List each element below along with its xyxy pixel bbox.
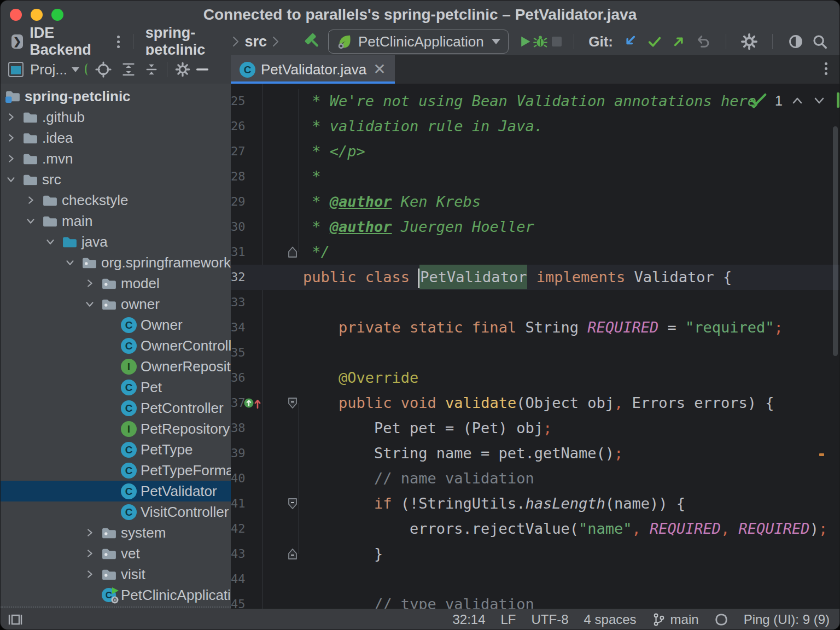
expand-all-button[interactable] bbox=[119, 60, 138, 79]
code-line-27[interactable]: 27 * </p> bbox=[231, 139, 839, 164]
tree-item-vet[interactable]: vet bbox=[1, 543, 231, 564]
rollback-button[interactable] bbox=[693, 32, 713, 51]
chevron-right-icon[interactable] bbox=[84, 277, 101, 289]
code-line-34[interactable]: 34 private static final String REQUIRED … bbox=[231, 315, 839, 340]
tree-item-owner[interactable]: COwner bbox=[1, 314, 231, 335]
fold-marker-icon[interactable] bbox=[287, 497, 299, 511]
search-everywhere-button[interactable] bbox=[810, 32, 830, 51]
settings-gear-button[interactable] bbox=[739, 32, 759, 51]
indent-indicator[interactable]: 4 spaces bbox=[584, 612, 637, 627]
tree-item-checkstyle[interactable]: checkstyle bbox=[1, 190, 231, 211]
tree-item-main[interactable]: main bbox=[1, 211, 231, 231]
code-line-39[interactable]: 39 String name = pet.getName(); bbox=[231, 441, 839, 466]
breadcrumb-folder[interactable]: src bbox=[244, 33, 267, 50]
tree-item-petrepository[interactable]: IPetRepository bbox=[1, 418, 231, 439]
chevron-down-icon[interactable] bbox=[5, 173, 22, 185]
tree-item-petvalidator[interactable]: CPetValidator bbox=[1, 481, 231, 501]
collapse-all-button[interactable] bbox=[142, 60, 161, 79]
code-line-25[interactable]: 25 * We're not using Bean Validation ann… bbox=[231, 89, 839, 114]
fold-marker-icon[interactable] bbox=[287, 396, 299, 410]
overrides-method-icon[interactable] bbox=[244, 396, 262, 410]
chevron-down-icon[interactable] bbox=[44, 236, 62, 248]
chevron-down-icon[interactable] bbox=[64, 256, 81, 269]
tree-item--mvn[interactable]: .mvn bbox=[1, 148, 231, 169]
tree-item-pet[interactable]: CPet bbox=[1, 377, 231, 398]
chevron-right-icon[interactable] bbox=[5, 153, 22, 165]
project-view-selector[interactable]: Proj... bbox=[30, 61, 67, 78]
git-push-button[interactable] bbox=[669, 32, 689, 51]
git-update-button[interactable] bbox=[621, 32, 640, 51]
warning-stripe-mark[interactable] bbox=[819, 453, 824, 456]
chevron-down-icon[interactable] bbox=[25, 215, 42, 227]
code-line-38[interactable]: 38 Pet pet = (Pet) obj; bbox=[231, 416, 839, 441]
code-line-36[interactable]: 36 @Override bbox=[231, 365, 839, 390]
code-line-37[interactable]: 37 public void validate(Object obj, Erro… bbox=[231, 390, 839, 416]
fold-marker-icon[interactable] bbox=[287, 547, 299, 561]
chevron-right-icon[interactable] bbox=[84, 527, 101, 539]
code-line-40[interactable]: 40 // name validation bbox=[231, 466, 839, 491]
tree-item-petcontroller[interactable]: CPetController bbox=[1, 398, 231, 418]
panel-options-gear-button[interactable] bbox=[173, 60, 192, 79]
tree-item-owner[interactable]: owner bbox=[1, 294, 231, 314]
ping-indicator[interactable]: Ping (UI): 9 (9) bbox=[744, 612, 830, 627]
fold-marker-icon[interactable] bbox=[287, 245, 299, 259]
caret-position[interactable]: 32:14 bbox=[452, 612, 485, 627]
tree-item-spring-petclinic[interactable]: spring-petclinic bbox=[1, 86, 231, 107]
tree-item-ownerrepository[interactable]: IOwnerRepository bbox=[1, 356, 231, 377]
chevron-right-icon[interactable] bbox=[25, 194, 42, 206]
chevron-right-icon[interactable] bbox=[84, 547, 101, 559]
code-line-42[interactable]: 42 errors.rejectValue("name", REQUIRED, … bbox=[231, 516, 839, 541]
previous-problem-button[interactable] bbox=[790, 95, 804, 106]
tree-item-org-springframework-samples-petclinic[interactable]: org.springframework.samples.petclinic bbox=[1, 252, 231, 273]
backend-more-menu[interactable] bbox=[112, 36, 124, 48]
code-line-30[interactable]: 30 * @author Juergen Hoeller bbox=[231, 214, 839, 240]
run-configuration-select[interactable]: PetClinicApplication bbox=[328, 30, 509, 54]
code-line-35[interactable]: 35 bbox=[231, 340, 839, 365]
tool-window-layout-icon[interactable] bbox=[7, 612, 24, 627]
tree-item-visitcontroller[interactable]: CVisitController bbox=[1, 501, 231, 522]
select-opened-file-button[interactable] bbox=[94, 60, 113, 79]
git-commit-button[interactable] bbox=[645, 32, 664, 51]
close-tab-icon[interactable]: ✕ bbox=[373, 62, 386, 77]
tree-item-model[interactable]: model bbox=[1, 273, 231, 294]
code-editor[interactable]: 25 * We're not using Bean Validation ann… bbox=[231, 84, 839, 609]
tree-item-system[interactable]: system bbox=[1, 522, 231, 543]
chevron-right-icon[interactable] bbox=[84, 568, 101, 580]
code-coverage-icon[interactable] bbox=[786, 32, 806, 51]
tree-item-pettype[interactable]: CPetType bbox=[1, 439, 231, 460]
code-line-31[interactable]: 31 */ bbox=[231, 240, 839, 265]
tree-item-ownercontroller[interactable]: COwnerController bbox=[1, 335, 231, 356]
tree-item-visit[interactable]: visit bbox=[1, 564, 231, 585]
run-button[interactable] bbox=[516, 32, 533, 51]
tree-item-java[interactable]: java bbox=[1, 231, 231, 252]
tab-petvalidator[interactable]: C PetValidator.java ✕ bbox=[231, 55, 395, 84]
tree-item--idea[interactable]: .idea bbox=[1, 127, 231, 148]
breadcrumb-project[interactable]: spring-petclinic bbox=[145, 25, 228, 59]
code-line-29[interactable]: 29 * @author Ken Krebs bbox=[231, 189, 839, 214]
editor-scrollbar[interactable] bbox=[833, 126, 838, 356]
next-problem-button[interactable] bbox=[812, 95, 826, 106]
chevron-right-icon[interactable] bbox=[5, 111, 22, 123]
line-ending-indicator[interactable]: LF bbox=[501, 612, 516, 627]
git-branch-widget[interactable]: main bbox=[652, 612, 699, 627]
chevron-right-icon[interactable] bbox=[5, 132, 22, 144]
code-line-28[interactable]: 28 * bbox=[231, 164, 839, 189]
ide-backend-widget[interactable]: ❯ IDE Backend bbox=[11, 25, 103, 59]
code-line-45[interactable]: 45 // type validation bbox=[231, 592, 839, 609]
inspections-widget[interactable]: 1 bbox=[750, 92, 826, 109]
tree-item-pettypeformatter[interactable]: CPetTypeFormatter bbox=[1, 460, 231, 481]
tree-item--github[interactable]: .github bbox=[1, 107, 231, 127]
project-tool-window-icon[interactable] bbox=[8, 62, 24, 77]
code-line-41[interactable]: 41 if (!StringUtils.hasLength(name)) { bbox=[231, 491, 839, 516]
tree-item-petclinicapplication[interactable]: CPetClinicApplication bbox=[1, 585, 231, 605]
encoding-indicator[interactable]: UTF-8 bbox=[532, 612, 569, 627]
tree-item-src[interactable]: src bbox=[1, 169, 231, 190]
code-line-44[interactable]: 44 bbox=[231, 567, 839, 592]
editor-options-menu[interactable] bbox=[819, 62, 833, 75]
hide-panel-button[interactable] bbox=[192, 60, 212, 79]
code-line-33[interactable]: 33 bbox=[231, 290, 839, 315]
stop-button[interactable] bbox=[549, 32, 565, 51]
code-line-43[interactable]: 43 } bbox=[231, 541, 839, 567]
code-line-32[interactable]: 32public class PetValidator implements V… bbox=[231, 265, 839, 290]
build-hammer-button[interactable] bbox=[303, 32, 320, 51]
